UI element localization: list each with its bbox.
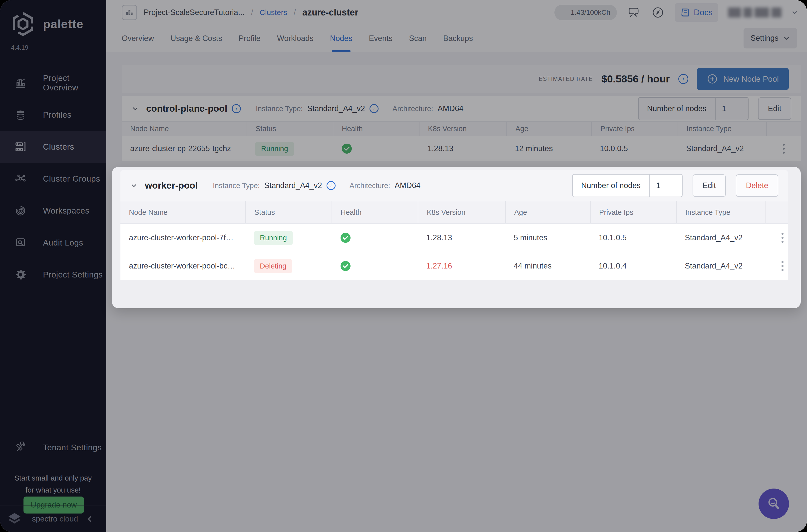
- help-search-fab[interactable]: [758, 489, 789, 519]
- brand-logo: palette: [0, 0, 106, 37]
- node-age: 5 minutes: [505, 233, 590, 242]
- breadcrumb-clusters-link[interactable]: Clusters: [260, 8, 287, 17]
- status-badge: Running: [254, 231, 293, 245]
- top-bar: Project-ScaleSecureTutoria... / Clusters…: [106, 0, 807, 25]
- tab-overview[interactable]: Overview: [122, 25, 154, 52]
- col-health: Health: [333, 122, 419, 136]
- col-age: Age: [505, 201, 590, 223]
- chevron-down-icon[interactable]: [791, 9, 798, 16]
- compass-icon[interactable]: [651, 5, 665, 19]
- tab-scan[interactable]: Scan: [409, 25, 427, 52]
- tab-usage-costs[interactable]: Usage & Costs: [170, 25, 222, 52]
- node-name: azure-cluster-worker-pool-bc…: [120, 262, 245, 270]
- col-instance-type: Instance Type: [676, 201, 765, 223]
- row-actions-kebab-icon[interactable]: [776, 141, 791, 156]
- instance-type-label: Instance Type:: [213, 182, 260, 190]
- instance-type: Standard_A4_v2: [676, 262, 765, 270]
- edit-pool-button[interactable]: Edit: [758, 97, 791, 120]
- sidebar-item-label: Audit Logs: [43, 238, 83, 248]
- sidebar-item-tenant-settings[interactable]: Tenant Settings: [0, 432, 106, 463]
- upgrade-promo-text: Start small and only pay for what you us…: [0, 472, 106, 496]
- topbar-actions: 1.43/100kCh: [555, 3, 798, 22]
- info-icon[interactable]: i: [678, 74, 688, 84]
- sidebar-item-cluster-groups[interactable]: Cluster Groups: [0, 163, 106, 195]
- col-actions: [766, 122, 801, 136]
- estimated-rate-label: ESTIMATED RATE: [539, 76, 593, 82]
- tab-nodes[interactable]: Nodes: [330, 25, 353, 52]
- col-private-ips: Private Ips: [590, 201, 676, 223]
- nodes-content: ESTIMATED RATE $0.5856 / hour i New Node…: [106, 52, 807, 532]
- estimated-rate-value: $0.5856 / hour: [601, 73, 670, 85]
- private-ip: 10.1.0.5: [590, 233, 676, 242]
- sidebar-item-label: Workspaces: [43, 206, 90, 215]
- status-badge: Deleting: [254, 259, 292, 273]
- number-of-nodes-input[interactable]: [716, 98, 748, 120]
- sidebar-item-label: Tenant Settings: [43, 443, 102, 452]
- spectro-cloud-logo-icon: [7, 512, 22, 527]
- app-window: palette 4.4.19 Project Overview Profiles: [0, 0, 807, 532]
- sidebar-item-label: Project Settings: [43, 270, 103, 280]
- col-node-name: Node Name: [122, 122, 247, 136]
- col-status: Status: [247, 122, 333, 136]
- number-of-nodes-control: Number of nodes: [638, 97, 749, 120]
- health-ok-icon: [341, 143, 352, 154]
- pool-name: worker-pool: [145, 180, 198, 191]
- worker-pool-spotlight-panel: worker-pool Instance Type: Standard_A4_v…: [112, 167, 801, 308]
- user-account-redacted[interactable]: [728, 7, 782, 18]
- table-row: azure-cluster-worker-pool-7f… Running 1.…: [120, 224, 788, 252]
- info-icon[interactable]: i: [232, 104, 241, 113]
- collapse-pool-icon[interactable]: [131, 104, 140, 113]
- collapse-sidebar-icon[interactable]: [86, 515, 94, 523]
- number-of-nodes-label: Number of nodes: [639, 98, 716, 120]
- row-actions-kebab-icon[interactable]: [775, 230, 790, 245]
- control-plane-pool-card: control-plane-pool i Instance Type: Stan…: [122, 96, 801, 161]
- number-of-nodes-input[interactable]: [650, 175, 682, 196]
- k8s-version: 1.28.13: [418, 233, 505, 242]
- sidebar-footer: spectro cloud: [0, 506, 106, 532]
- sidebar-item-clusters[interactable]: Clusters: [0, 131, 106, 163]
- node-name: azure-cluster-cp-22655-tgchz: [122, 144, 247, 153]
- info-icon[interactable]: i: [370, 104, 378, 113]
- tab-events[interactable]: Events: [369, 25, 393, 52]
- collapse-pool-icon[interactable]: [129, 181, 138, 190]
- row-actions-kebab-icon[interactable]: [775, 259, 790, 273]
- sidebar-item-project-overview[interactable]: Project Overview: [0, 67, 106, 99]
- edit-pool-button[interactable]: Edit: [693, 174, 726, 197]
- architecture-label: Architecture:: [393, 104, 433, 113]
- node-age: 44 minutes: [505, 262, 590, 270]
- worker-pool-header: worker-pool Instance Type: Standard_A4_v…: [120, 170, 788, 201]
- table-header-row: Node Name Status Health K8s Version Age …: [120, 201, 788, 224]
- info-icon[interactable]: i: [326, 181, 336, 190]
- audit-search-icon: [15, 237, 26, 249]
- k8s-version: 1.28.13: [419, 144, 506, 153]
- sidebar-item-label: Clusters: [43, 142, 74, 152]
- tab-workloads[interactable]: Workloads: [277, 25, 314, 52]
- col-node-name: Node Name: [120, 201, 245, 223]
- architecture-value: AMD64: [395, 181, 420, 190]
- col-status: Status: [245, 201, 332, 223]
- sidebar-item-workspaces[interactable]: Workspaces: [0, 195, 106, 227]
- cluster-tabs: Overview Usage & Costs Profile Workloads…: [106, 25, 807, 52]
- col-actions: [765, 201, 788, 223]
- table-header-row: Node Name Status Health K8s Version Age …: [122, 121, 801, 136]
- tab-backups[interactable]: Backups: [443, 25, 473, 52]
- number-of-nodes-label: Number of nodes: [573, 175, 650, 196]
- sidebar-item-project-settings[interactable]: Project Settings: [0, 259, 106, 291]
- instance-type-value: Standard_A4_v2: [264, 181, 322, 190]
- new-node-pool-button[interactable]: New Node Pool: [697, 68, 789, 90]
- sidebar-item-audit-logs[interactable]: Audit Logs: [0, 227, 106, 259]
- table-row: azure-cluster-worker-pool-bc… Deleting 1…: [120, 252, 788, 280]
- instance-type-value: Standard_A4_v2: [307, 104, 365, 113]
- chat-icon[interactable]: [627, 5, 641, 19]
- docs-button[interactable]: Docs: [675, 3, 718, 22]
- instance-type-label: Instance Type:: [256, 104, 303, 113]
- delete-pool-button[interactable]: Delete: [736, 174, 778, 197]
- tab-profile[interactable]: Profile: [239, 25, 261, 52]
- sidebar-item-profiles[interactable]: Profiles: [0, 99, 106, 131]
- main-area: Project-ScaleSecureTutoria... / Clusters…: [106, 0, 807, 532]
- docs-label: Docs: [694, 8, 713, 17]
- tools-icon: [15, 442, 26, 454]
- table-row: azure-cluster-cp-22655-tgchz Running 1.2…: [122, 136, 801, 161]
- settings-button[interactable]: Settings: [744, 28, 797, 49]
- breadcrumb-project[interactable]: Project-ScaleSecureTutoria...: [144, 8, 245, 17]
